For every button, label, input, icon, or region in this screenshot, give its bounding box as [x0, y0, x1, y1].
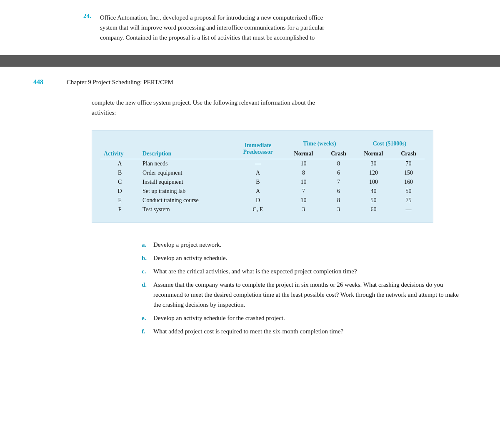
activity-table: ImmediatePredecessor Time (weeks) Cost (…: [100, 139, 425, 214]
sub-question-text: Develop a project network.: [153, 240, 221, 250]
col-header-crash-time: Crash: [322, 149, 355, 159]
sub-question-label: e.: [142, 313, 153, 323]
cell-description: Test system: [139, 205, 231, 214]
sub-question-item: e. Develop an activity schedule for the …: [142, 313, 467, 323]
cell-time-normal: 10: [285, 196, 322, 205]
cell-cost-normal: 100: [355, 178, 392, 187]
cell-cost-crash: 50: [392, 187, 425, 196]
sub-question-text: Assume that the company wants to complet…: [153, 280, 467, 310]
sub-question-label: c.: [142, 266, 153, 276]
col-header-crash-cost: Crash: [392, 149, 425, 159]
cell-description: Plan needs: [139, 159, 231, 169]
cell-time-normal: 10: [285, 159, 322, 169]
cell-cost-crash: 70: [392, 159, 425, 169]
cell-predecessor: —: [231, 159, 285, 169]
cell-description: Order equipment: [139, 168, 231, 178]
col-header-normal-cost: Normal: [355, 149, 392, 159]
col-header-description: Description: [139, 149, 231, 159]
cell-description: Set up training lab: [139, 187, 231, 196]
sub-question-item: d. Assume that the company wants to comp…: [142, 280, 467, 310]
col-header-normal-time: Normal: [285, 149, 322, 159]
cell-time-normal: 7: [285, 187, 322, 196]
chapter-title: Chapter 9 Project Scheduling: PERT/CPM: [67, 79, 173, 86]
sub-question-item: b. Develop an activity schedule.: [142, 253, 467, 263]
cell-description: Install equipment: [139, 178, 231, 187]
sub-question-item: f. What added project cost is required t…: [142, 326, 467, 336]
col-header-activity: Activity: [100, 149, 139, 159]
sub-question-label: f.: [142, 326, 153, 336]
col-header-cost: Cost ($1000s): [355, 139, 425, 149]
cell-activity: A: [100, 159, 139, 169]
question-number: 24.: [83, 13, 100, 43]
cell-time-normal: 8: [285, 168, 322, 178]
sub-question-text: What are the critical activities, and wh…: [153, 266, 357, 276]
page-number: 448: [33, 78, 67, 86]
table-row: F Test system C, E 3 3 60 —: [100, 205, 425, 214]
cell-cost-normal: 50: [355, 196, 392, 205]
cell-time-normal: 3: [285, 205, 322, 214]
sub-question-label: d.: [142, 280, 153, 290]
sub-questions: a. Develop a project network. b. Develop…: [33, 231, 467, 348]
cell-time-crash: 3: [322, 205, 355, 214]
cell-cost-crash: 150: [392, 168, 425, 178]
cell-activity: D: [100, 187, 139, 196]
sub-question-label: b.: [142, 253, 153, 263]
cell-time-normal: 10: [285, 178, 322, 187]
col-header-immediate: ImmediatePredecessor: [231, 139, 285, 159]
page-header: 448 Chapter 9 Project Scheduling: PERT/C…: [33, 67, 467, 93]
cell-time-crash: 8: [322, 159, 355, 169]
cell-cost-normal: 60: [355, 205, 392, 214]
sub-question-label: a.: [142, 240, 153, 250]
sub-question-item: a. Develop a project network.: [142, 240, 467, 250]
cell-activity: F: [100, 205, 139, 214]
cell-cost-crash: —: [392, 205, 425, 214]
cell-time-crash: 6: [322, 187, 355, 196]
table-row: B Order equipment A 8 6 120 150: [100, 168, 425, 178]
cell-cost-normal: 120: [355, 168, 392, 178]
cell-cost-normal: 30: [355, 159, 392, 169]
sub-question-text: What added project cost is required to m…: [153, 326, 343, 336]
table-row: E Conduct training course D 10 8 50 75: [100, 196, 425, 205]
cell-description: Conduct training course: [139, 196, 231, 205]
question-text: Office Automation, Inc., developed a pro…: [100, 13, 324, 43]
sub-question-text: Develop an activity schedule.: [153, 253, 227, 263]
continuation-text: complete the new office system project. …: [33, 93, 467, 122]
cell-activity: E: [100, 196, 139, 205]
table-row: A Plan needs — 10 8 30 70: [100, 159, 425, 169]
col-header-time: Time (weeks): [285, 139, 355, 149]
cell-cost-crash: 160: [392, 178, 425, 187]
cell-predecessor: B: [231, 178, 285, 187]
cell-time-crash: 8: [322, 196, 355, 205]
cell-cost-normal: 40: [355, 187, 392, 196]
activity-table-container: ImmediatePredecessor Time (weeks) Cost (…: [92, 130, 433, 223]
cell-cost-crash: 75: [392, 196, 425, 205]
cell-predecessor: D: [231, 196, 285, 205]
cell-activity: C: [100, 178, 139, 187]
cell-predecessor: A: [231, 168, 285, 178]
cell-predecessor: A: [231, 187, 285, 196]
cell-activity: B: [100, 168, 139, 178]
cell-predecessor: C, E: [231, 205, 285, 214]
sub-question-item: c. What are the critical activities, and…: [142, 266, 467, 276]
table-row: C Install equipment B 10 7 100 160: [100, 178, 425, 187]
cell-time-crash: 7: [322, 178, 355, 187]
table-row: D Set up training lab A 7 6 40 50: [100, 187, 425, 196]
section-divider: [0, 55, 500, 67]
cell-time-crash: 6: [322, 168, 355, 178]
sub-question-text: Develop an activity schedule for the cra…: [153, 313, 285, 323]
